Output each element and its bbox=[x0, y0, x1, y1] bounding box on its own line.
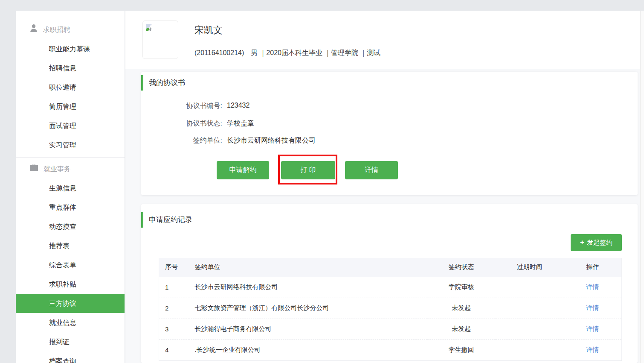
sidebar-item-registration-card[interactable]: 报到证 bbox=[16, 332, 125, 351]
sidebar-item-recruit-info[interactable]: 招聘信息 bbox=[16, 59, 125, 78]
plus-icon: + bbox=[580, 238, 584, 246]
section-title-text: 我的协议书 bbox=[149, 74, 185, 91]
sidebar-divider bbox=[16, 157, 125, 158]
sidebar-item-employment-info[interactable]: 就业信息 bbox=[16, 313, 125, 332]
sidebar: 求职招聘 职业能力慕课 招聘信息 职位邀请 简历管理 面试管理 实习管理 就业事… bbox=[16, 11, 125, 363]
cell-status: 未发起 bbox=[427, 298, 496, 319]
sidebar-section-label: 就业事务 bbox=[44, 159, 71, 179]
agreement-detail-button[interactable]: 详情 bbox=[345, 161, 398, 179]
row-detail-link[interactable]: 详情 bbox=[586, 304, 599, 311]
field-value: 123432 bbox=[227, 102, 249, 109]
field-value: 长沙市云研网络科技有限公司 bbox=[227, 136, 316, 145]
sidebar-item-interview-manage[interactable]: 面试管理 bbox=[16, 116, 125, 135]
initiate-signing-label: 发起签约 bbox=[587, 239, 612, 246]
field-label: 协议书编号: bbox=[141, 102, 222, 111]
agreement-number-row: 协议书编号: 123432 bbox=[141, 102, 638, 112]
sidebar-item-internship-manage[interactable]: 实习管理 bbox=[16, 135, 125, 155]
briefcase-icon bbox=[30, 159, 38, 179]
initiate-signing-button[interactable]: +发起签约 bbox=[571, 234, 622, 251]
table-row: 4 .长沙统一企业有限公司 学生撤回 详情 bbox=[159, 340, 622, 360]
green-title-bar bbox=[141, 75, 143, 91]
field-value: 学校盖章 bbox=[227, 119, 254, 128]
field-label: 协议书状态: bbox=[141, 119, 222, 128]
table-row: 1 长沙市云研网络科技有限公司 学院审核 详情 bbox=[159, 277, 622, 298]
row-detail-link[interactable]: 详情 bbox=[586, 346, 599, 353]
cell-company: 长沙瀚得电子商务有限公司 bbox=[189, 319, 427, 340]
application-records-card: 申请应约记录 +发起签约 序号 签约单位 签约状态 过期时间 操作 1 长沙市云… bbox=[141, 204, 638, 363]
main-content: 宋凯文 (201164100214) 男 ｜2020届本科生毕业 ｜管理学院 ｜… bbox=[125, 11, 644, 363]
cell-company: 长沙市云研网络科技有限公司 bbox=[189, 277, 427, 298]
application-records-title: 申请应约记录 bbox=[141, 211, 638, 228]
cell-expire bbox=[496, 298, 564, 319]
header-company: 签约单位 bbox=[189, 258, 427, 277]
sidebar-section-jobseek: 求职招聘 bbox=[16, 20, 125, 39]
sidebar-item-dynamic-survey[interactable]: 动态摸查 bbox=[16, 217, 125, 236]
student-meta: (201164100214) 男 ｜2020届本科生毕业 ｜管理学院 ｜测试 bbox=[194, 49, 380, 58]
my-agreement-card: 我的协议书 协议书编号: 123432 协议书状态: 学校盖章 签约单位: 长沙… bbox=[141, 72, 638, 195]
sidebar-item-key-groups[interactable]: 重点群体 bbox=[16, 198, 125, 217]
scrollbar-track[interactable] bbox=[640, 11, 644, 363]
cell-status: 学生撤回 bbox=[427, 340, 496, 360]
sidebar-item-mooc[interactable]: 职业能力慕课 bbox=[16, 39, 125, 59]
profile-header: 宋凯文 (201164100214) 男 ｜2020届本科生毕业 ｜管理学院 ｜… bbox=[125, 11, 644, 69]
sidebar-item-resume-manage[interactable]: 简历管理 bbox=[16, 97, 125, 116]
user-icon bbox=[30, 20, 38, 39]
sidebar-item-job-subsidy[interactable]: 求职补贴 bbox=[16, 275, 125, 294]
sidebar-section-employment: 就业事务 bbox=[16, 159, 125, 179]
agreement-status-row: 协议书状态: 学校盖章 bbox=[141, 119, 638, 129]
sidebar-item-archive-query[interactable]: 档案查询 bbox=[16, 351, 125, 363]
print-button[interactable]: 打 印 bbox=[281, 161, 335, 179]
student-name: 宋凯文 bbox=[194, 24, 223, 37]
my-agreement-title: 我的协议书 bbox=[141, 74, 638, 91]
sidebar-item-position-invite[interactable]: 职位邀请 bbox=[16, 78, 125, 97]
sidebar-item-recommendation-form[interactable]: 推荐表 bbox=[16, 236, 125, 255]
cell-no: 4 bbox=[159, 340, 189, 360]
table-row: 3 长沙瀚得电子商务有限公司 未发起 详情 bbox=[159, 319, 622, 340]
cell-no: 2 bbox=[159, 298, 189, 319]
table-header-row: 序号 签约单位 签约状态 过期时间 操作 bbox=[159, 258, 622, 277]
row-detail-link[interactable]: 详情 bbox=[586, 325, 599, 332]
application-records-table: 序号 签约单位 签约状态 过期时间 操作 1 长沙市云研网络科技有限公司 学院审… bbox=[159, 258, 622, 361]
green-title-bar bbox=[141, 212, 143, 228]
sidebar-section-label: 求职招聘 bbox=[43, 20, 70, 39]
section-title-text: 申请应约记录 bbox=[149, 211, 192, 228]
cell-expire bbox=[496, 277, 564, 298]
terminate-agreement-button[interactable]: 申请解约 bbox=[217, 161, 269, 179]
cell-expire bbox=[496, 319, 564, 340]
sidebar-item-comprehensive-forms[interactable]: 综合表单 bbox=[16, 255, 125, 275]
cell-no: 1 bbox=[159, 277, 189, 298]
cell-expire bbox=[496, 340, 564, 360]
header-no: 序号 bbox=[159, 258, 189, 277]
cell-company: .长沙统一企业有限公司 bbox=[189, 340, 427, 360]
avatar bbox=[142, 20, 178, 59]
row-detail-link[interactable]: 详情 bbox=[586, 283, 599, 290]
field-label: 签约单位: bbox=[141, 136, 222, 145]
cell-company: 七彩文旅资产管理（浙江）有限公司长沙分公司 bbox=[189, 298, 427, 319]
signing-company-row: 签约单位: 长沙市云研网络科技有限公司 bbox=[141, 136, 638, 146]
sidebar-item-tripartite-agreement[interactable]: 三方协议 bbox=[16, 294, 125, 313]
table-row: 2 七彩文旅资产管理（浙江）有限公司长沙分公司 未发起 详情 bbox=[159, 298, 622, 319]
header-status: 签约状态 bbox=[427, 258, 496, 277]
header-expire: 过期时间 bbox=[496, 258, 564, 277]
sidebar-item-source-info[interactable]: 生源信息 bbox=[16, 179, 125, 198]
header-action: 操作 bbox=[564, 258, 622, 277]
cell-status: 学院审核 bbox=[427, 277, 496, 298]
cell-no: 3 bbox=[159, 319, 189, 340]
cell-status: 未发起 bbox=[427, 319, 496, 340]
